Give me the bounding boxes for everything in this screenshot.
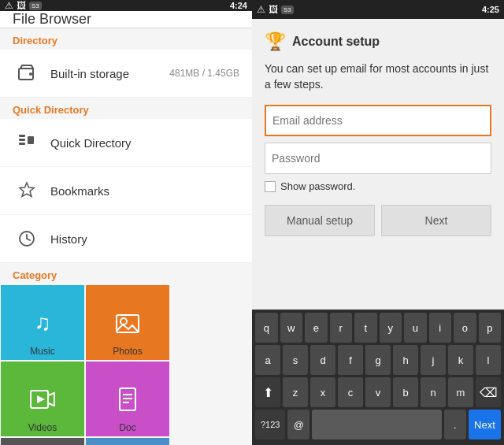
videos-tile[interactable]: Videos <box>1 362 84 436</box>
account-setup-title: Account setup <box>292 35 380 49</box>
account-setup-form: 🏆 Account setup You can set up email for… <box>252 19 504 310</box>
trophy-icon: 🏆 <box>265 32 286 52</box>
key-s[interactable]: s <box>283 345 308 375</box>
key-r[interactable]: r <box>330 313 353 343</box>
keyboard-row-3: ⬆ z x c v b n m ⌫ <box>255 377 501 407</box>
key-t[interactable]: t <box>354 313 377 343</box>
quick-directory-item[interactable]: Quick Directory <box>0 119 252 167</box>
button-row: Manual setup Next <box>265 205 491 236</box>
bookmarks-text: Bookmarks <box>50 184 239 198</box>
key-g[interactable]: g <box>365 345 391 375</box>
account-description: You can set up email for most accounts i… <box>265 61 491 92</box>
svg-rect-2 <box>19 135 25 137</box>
key-z[interactable]: z <box>283 377 308 407</box>
svg-point-9 <box>120 318 127 324</box>
show-password-label: Show password. <box>280 180 355 192</box>
warning-icon-right: ⚠ <box>257 4 265 15</box>
status-icons-right: ⚠ 🖼 S3 <box>257 4 294 15</box>
account-header: 🏆 Account setup <box>265 32 491 52</box>
dot-key[interactable]: . <box>444 410 466 439</box>
keyboard: q w e r t y u i o p a s d f g h j k l ⬆ … <box>252 310 504 445</box>
history-item[interactable]: History <box>0 215 252 263</box>
image-icon: 🖼 <box>17 0 26 11</box>
space-key[interactable] <box>312 410 442 439</box>
music-icon: ♫ <box>23 303 62 343</box>
key-p[interactable]: p <box>479 313 502 343</box>
quick-directory-text: Quick Directory <box>50 136 239 150</box>
delete-key[interactable]: ⌫ <box>476 377 501 407</box>
history-icon <box>13 224 41 253</box>
status-icons-left: ⚠ 🖼 S3 <box>5 0 42 11</box>
status-bar-right: ⚠ 🖼 S3 4:25 <box>252 0 504 19</box>
key-i[interactable]: i <box>429 313 452 343</box>
key-d[interactable]: d <box>310 345 335 375</box>
key-n[interactable]: n <box>421 377 446 407</box>
app-title: File Browser <box>13 11 91 28</box>
keyboard-next-key[interactable]: Next <box>469 410 501 439</box>
shift-key[interactable]: ⬆ <box>255 377 280 407</box>
key-y[interactable]: y <box>380 313 402 343</box>
doc-tile[interactable]: Doc <box>86 362 169 436</box>
storage-icon <box>13 59 41 87</box>
svg-rect-4 <box>19 143 25 145</box>
key-a[interactable]: a <box>255 345 280 375</box>
status-time-left: 4:24 <box>230 1 247 10</box>
videos-label: Videos <box>28 422 57 433</box>
photos-icon <box>108 303 147 343</box>
key-l[interactable]: l <box>476 345 501 375</box>
svg-marker-6 <box>20 183 34 197</box>
app-bar-left: File Browser <box>0 11 252 28</box>
history-text: History <box>50 232 239 246</box>
at-key[interactable]: @ <box>287 410 309 439</box>
storage-label: Built-in storage <box>50 67 169 80</box>
key-o[interactable]: o <box>454 313 476 343</box>
status-bar-left: ⚠ 🖼 S3 4:24 <box>0 0 252 11</box>
keyboard-row-2: a s d f g h j k l <box>255 345 501 375</box>
password-input[interactable] <box>265 143 491 174</box>
key-q[interactable]: q <box>255 313 278 343</box>
key-m[interactable]: m <box>448 377 473 407</box>
show-password-row: Show password. <box>265 180 491 192</box>
photos-label: Photos <box>113 346 142 357</box>
storage-size: 481MB / 1.45GB <box>169 68 239 79</box>
show-password-checkbox[interactable] <box>265 181 276 192</box>
svg-rect-3 <box>19 139 25 141</box>
key-j[interactable]: j <box>421 345 446 375</box>
videos-icon <box>23 380 62 419</box>
key-c[interactable]: c <box>338 377 363 407</box>
key-e[interactable]: e <box>305 313 328 343</box>
photos-tile[interactable]: Photos <box>86 285 169 360</box>
num-key[interactable]: ?123 <box>255 410 285 439</box>
key-k[interactable]: k <box>448 345 473 375</box>
keyboard-row-1: q w e r t y u i o p <box>255 313 501 343</box>
compress-tile[interactable]: Compress <box>86 438 169 445</box>
s3-badge: S3 <box>29 2 42 10</box>
category-grid: ♫ Music Photos Videos <box>0 284 252 445</box>
apps-tile[interactable]: APK Apps <box>1 438 84 445</box>
status-time-right: 4:25 <box>482 5 499 14</box>
category-label: Category <box>0 263 252 284</box>
svg-marker-11 <box>37 395 45 403</box>
email-input[interactable] <box>265 105 491 136</box>
key-h[interactable]: h <box>393 345 418 375</box>
music-label: Music <box>30 346 54 357</box>
key-f[interactable]: f <box>338 345 363 375</box>
music-tile[interactable]: ♫ Music <box>1 285 84 360</box>
key-w[interactable]: w <box>280 313 303 343</box>
bookmark-icon <box>13 176 41 205</box>
directory-label: Directory <box>0 28 252 50</box>
doc-label: Doc <box>119 422 135 433</box>
manual-setup-button[interactable]: Manual setup <box>265 205 375 236</box>
svg-point-1 <box>29 72 32 76</box>
svg-rect-5 <box>28 136 34 144</box>
quick-directory-label: Quick Directory <box>0 98 252 119</box>
right-panel: ⚠ 🖼 S3 4:25 🏆 Account setup You can set … <box>252 0 504 445</box>
next-button[interactable]: Next <box>381 205 491 236</box>
key-u[interactable]: u <box>404 313 427 343</box>
key-b[interactable]: b <box>393 377 418 407</box>
bookmarks-item[interactable]: Bookmarks <box>0 167 252 215</box>
doc-icon <box>108 380 147 419</box>
key-v[interactable]: v <box>365 377 391 407</box>
key-x[interactable]: x <box>310 377 335 407</box>
built-in-storage-item[interactable]: Built-in storage 481MB / 1.45GB <box>0 50 252 98</box>
